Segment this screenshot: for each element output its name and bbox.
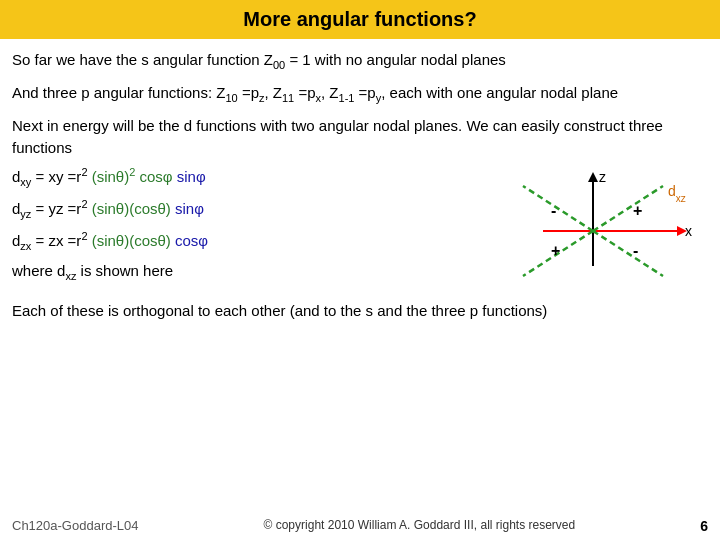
minus-top-left: -: [551, 202, 556, 219]
plus-top-right: +: [633, 202, 642, 219]
x-axis-label: x: [685, 223, 692, 239]
paragraph-2: And three p angular functions: Z10 =pz, …: [12, 82, 708, 107]
paragraph-4: Each of these is orthogonal to each othe…: [12, 300, 708, 322]
equation-dyz: dyz = yz =r2 (sinθ)(cosθ) sinφ: [12, 198, 508, 220]
paragraph-1: So far we have the s angular function Z0…: [12, 49, 708, 74]
page-title: More angular functions?: [243, 8, 476, 30]
footer-copyright: © copyright 2010 William A. Goddard III,…: [138, 518, 700, 534]
equation-dxy: dxy = xy =r2 (sinθ)2 cosφ sinφ: [12, 166, 508, 188]
footer-left: Ch120a-Goddard-L04: [12, 518, 138, 534]
equations-left: dxy = xy =r2 (sinθ)2 cosφ sinφ dyz = yz …: [12, 166, 508, 296]
diagram-area: z x + - - + dxz: [508, 166, 708, 296]
plus-bottom-left: +: [551, 242, 560, 259]
dxz-label: dxz: [668, 183, 686, 204]
minus-bottom-right: -: [633, 242, 638, 259]
footer-page-number: 6: [700, 518, 708, 534]
svg-line-5: [593, 231, 663, 276]
title-bar: More angular functions?: [0, 0, 720, 39]
footer: Ch120a-Goddard-L04 © copyright 2010 Will…: [0, 518, 720, 534]
where-line: where dxz is shown here: [12, 262, 508, 282]
svg-line-4: [593, 186, 663, 231]
paragraph-3: Next in energy will be the d functions w…: [12, 115, 708, 159]
dxz-diagram: z x + - - + dxz: [513, 166, 703, 296]
equation-dzx: dzx = zx =r2 (sinθ)(cosθ) cosφ: [12, 230, 508, 252]
svg-marker-1: [588, 172, 598, 182]
svg-line-6: [523, 186, 593, 231]
z-axis-label: z: [599, 169, 606, 185]
equations-section: dxy = xy =r2 (sinθ)2 cosφ sinφ dyz = yz …: [12, 166, 708, 296]
